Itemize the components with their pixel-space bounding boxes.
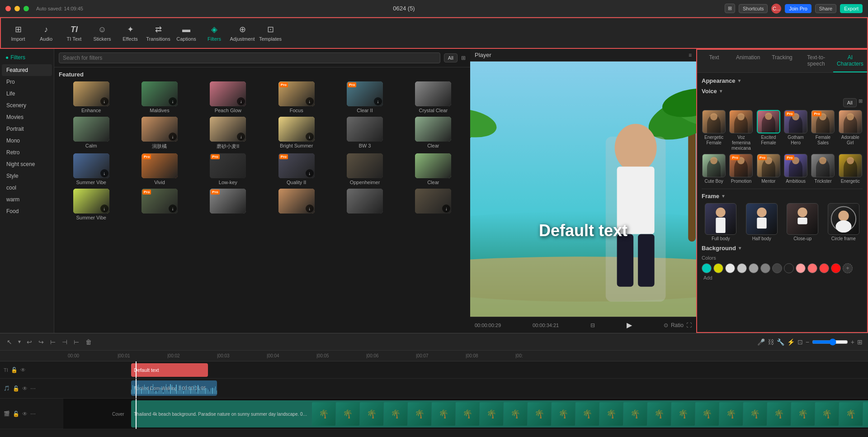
voice-item[interactable]: Cute Boy: [702, 154, 726, 184]
filter-item[interactable]: ProVivid: [127, 153, 192, 185]
color-dot[interactable]: [737, 263, 747, 273]
voice-item[interactable]: Adorable Girl: [838, 110, 863, 151]
audio-track-visible[interactable]: 👁: [22, 385, 28, 392]
export-button[interactable]: Export: [840, 4, 863, 13]
filter-item[interactable]: ↓Summer Vibe: [59, 153, 123, 185]
sidebar-item-portrait[interactable]: Portrait: [2, 123, 52, 135]
sidebar-item-mono[interactable]: Mono: [2, 135, 52, 147]
text-track-lock[interactable]: 🔓: [11, 367, 18, 373]
filter-item[interactable]: ↓Peach Glow: [196, 81, 260, 113]
toolbar-stickers[interactable]: ☺ Stickers: [89, 20, 116, 46]
toolbar-effects[interactable]: ✦ Effects: [117, 20, 144, 46]
filter-item[interactable]: ↓磨砂小麦II: [196, 117, 260, 150]
sidebar-item-night[interactable]: Night scene: [2, 158, 52, 170]
filter-item[interactable]: Pro↓Clear II: [332, 81, 397, 113]
magnet-icon[interactable]: 🔧: [777, 338, 784, 346]
color-dot[interactable]: [772, 263, 782, 273]
join-pro-button[interactable]: Join Pro: [785, 4, 811, 13]
undo-tool[interactable]: ↩: [25, 337, 33, 347]
sidebar-item-featured[interactable]: Featured: [2, 64, 52, 76]
tab-ai-characters[interactable]: AI Characters: [833, 50, 867, 72]
filter-item[interactable]: ↓Maldives: [127, 81, 192, 113]
display-options-button[interactable]: ⊞: [725, 4, 735, 13]
shortcuts-button[interactable]: Shortcuts: [739, 4, 768, 13]
filter-item[interactable]: Calm: [59, 117, 123, 150]
voice-item[interactable]: Excited Female: [756, 110, 781, 151]
filter-all-button[interactable]: All: [444, 53, 458, 62]
color-dot[interactable]: [807, 263, 817, 273]
color-dot[interactable]: [702, 263, 712, 273]
maximize-button[interactable]: [24, 6, 29, 11]
color-dot[interactable]: [819, 263, 829, 273]
filter-item[interactable]: Pro: [196, 189, 260, 220]
toolbar-text[interactable]: TI TI Text: [61, 20, 88, 46]
color-dot[interactable]: [831, 263, 841, 273]
filter-item[interactable]: Clear: [401, 153, 466, 185]
text-track-visible[interactable]: 👁: [20, 367, 26, 373]
plus-icon[interactable]: +: [851, 338, 854, 346]
trim-right-tool[interactable]: ⊢: [72, 337, 80, 347]
toolbar-templates[interactable]: ⊡ Templates: [257, 20, 284, 46]
audio-clip[interactable]: Applied Dom-Walking 3 00:00:01:05: [131, 380, 217, 396]
color-dot[interactable]: [725, 263, 735, 273]
filter-item[interactable]: ↓Summer Vibe: [59, 189, 123, 220]
sidebar-item-warm[interactable]: warm: [2, 194, 52, 205]
filter-item[interactable]: Pro↓Focus: [264, 81, 329, 113]
sidebar-item-scenery[interactable]: Scenery: [2, 100, 52, 111]
text-clip[interactable]: Default text: [131, 363, 208, 377]
sidebar-item-food[interactable]: Food: [2, 205, 52, 217]
frame-item[interactable]: Circle frame: [825, 203, 863, 241]
filter-item[interactable]: Pro↓Quality II: [264, 153, 329, 185]
voice-arrow[interactable]: ▼: [719, 89, 723, 94]
redo-tool[interactable]: ↪: [37, 337, 45, 347]
frame-arrow[interactable]: ▼: [721, 194, 726, 199]
background-arrow[interactable]: ▼: [738, 246, 742, 251]
voice-item[interactable]: ProFemale Sales: [811, 110, 835, 151]
fit-icon[interactable]: ⊞: [857, 338, 863, 346]
voice-item[interactable]: ProPromotion: [729, 154, 753, 184]
filter-item[interactable]: [332, 189, 397, 220]
color-dot[interactable]: [784, 263, 794, 273]
filter-item[interactable]: Crystal Clear: [401, 81, 466, 113]
filter-item[interactable]: ↓Bright Summer: [264, 117, 329, 150]
share-button[interactable]: Share: [815, 4, 836, 13]
audio-track-lock[interactable]: 🔓: [13, 385, 19, 392]
filter-item[interactable]: Pro↓: [127, 189, 192, 220]
add-color-button[interactable]: +: [843, 263, 853, 273]
zoom-slider[interactable]: [812, 338, 848, 346]
tab-tracking[interactable]: Tracking: [765, 50, 799, 72]
frame-item[interactable]: Close-up: [783, 203, 822, 241]
voice-item[interactable]: ProMentor: [756, 154, 781, 184]
voice-filter-icon[interactable]: ⊞: [859, 98, 863, 107]
video-clip[interactable]: Thailand 4k beach background. Paradise n…: [131, 400, 868, 428]
filter-item[interactable]: ↓润肤橘: [127, 117, 192, 150]
video-track-lock[interactable]: 🔓: [13, 411, 19, 417]
toolbar-audio[interactable]: ♪ Audio: [33, 20, 60, 46]
delete-tool[interactable]: 🗑: [84, 337, 93, 347]
color-dot[interactable]: [796, 263, 806, 273]
toolbar-adjustment[interactable]: ⊕ Adjustment: [229, 20, 256, 46]
select-tool[interactable]: ↖: [5, 337, 14, 347]
sidebar-item-cool[interactable]: cool: [2, 182, 52, 194]
voice-item[interactable]: Voz femenina mexicana: [729, 110, 753, 151]
sidebar-item-style[interactable]: Style: [2, 170, 52, 182]
minus-icon[interactable]: −: [806, 338, 809, 346]
tab-text-to-speech[interactable]: Text-to-speech: [799, 50, 833, 72]
ratio-button[interactable]: Ratio: [671, 322, 684, 328]
toolbar-filters[interactable]: ◈ Filters: [201, 20, 228, 46]
fullscreen-icon[interactable]: ⛶: [686, 322, 692, 328]
filter-item[interactable]: Clear: [401, 117, 466, 150]
audio-track-more[interactable]: ⋯: [30, 385, 36, 392]
settings-icon[interactable]: ⊙: [664, 322, 668, 328]
filter-item[interactable]: ProLow-key: [196, 153, 260, 185]
trim-left-tool[interactable]: ⊣: [61, 337, 69, 347]
frame-item[interactable]: Full body: [702, 203, 740, 241]
filter-item[interactable]: ↓: [401, 189, 466, 220]
speed-icon[interactable]: ⚡: [787, 338, 795, 346]
voice-item[interactable]: Energetic: [838, 154, 863, 184]
microphone-icon[interactable]: 🎤: [757, 338, 765, 346]
user-avatar[interactable]: C...: [771, 4, 781, 14]
chapters-icon[interactable]: ⊟: [590, 322, 595, 328]
play-button[interactable]: ▶: [627, 321, 632, 329]
toolbar-import[interactable]: ⊞ Import: [5, 20, 32, 46]
